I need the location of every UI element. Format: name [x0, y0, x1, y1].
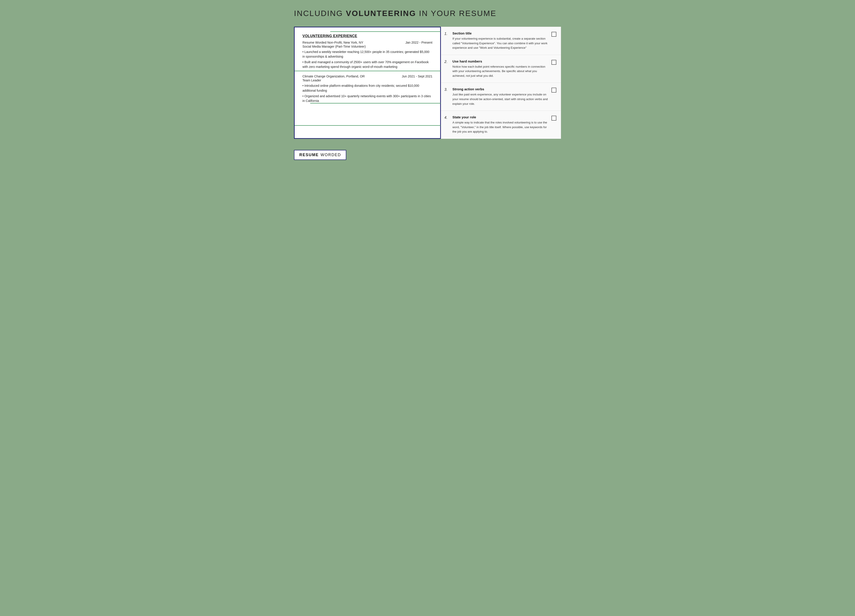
tip-item-1: 1. Section title If your volunteering ex… [441, 27, 561, 55]
tip-4-content: State your role A simple way to indicate… [452, 115, 549, 134]
annotation-line-2 [295, 71, 441, 71]
resume-job-1-role: Social Media Manager (Part-Time Voluntee… [302, 45, 432, 48]
resume-job-2-bullet-2: • Organized and advertised 10+ quarterly… [302, 94, 432, 103]
resume-job-2: Climate Change Organization, Portland, O… [302, 75, 432, 103]
tip-3-checkbox[interactable] [552, 88, 556, 93]
tip-4-number: 4. [444, 115, 450, 120]
title-bold: VOLUNTEERING [346, 9, 416, 18]
resume-panel: VOLUNTEERING EXPERIENCE Resume Worded No… [294, 27, 441, 139]
resume-job-1-header: Resume Worded Non-Profit, New York, NY J… [302, 41, 432, 44]
branding-area: RESUME WORDED [294, 150, 561, 160]
resume-job-2-header: Climate Change Organization, Portland, O… [302, 75, 432, 78]
resume-section-title: VOLUNTEERING EXPERIENCE [302, 34, 432, 38]
title-prefix: INCLUDING [294, 9, 346, 18]
tips-panel: 1. Section title If your volunteering ex… [441, 27, 561, 139]
annotation-line-3 [310, 103, 441, 104]
annotation-line-4 [295, 125, 441, 126]
tip-item-2: 2. Use hard numbers Notice how each bull… [441, 55, 561, 83]
page-title: INCLUDING VOLUNTEERING IN YOUR RESUME [294, 9, 561, 18]
tip-4-title: State your role [452, 115, 549, 119]
main-content: VOLUNTEERING EXPERIENCE Resume Worded No… [294, 27, 561, 139]
tip-4-description: A simple way to indicate that the roles … [452, 120, 549, 134]
tip-3-description: Just like paid work experience, any volu… [452, 92, 549, 106]
tip-3-number: 3. [444, 87, 450, 92]
brand-resume-label: RESUME [299, 153, 319, 157]
tip-4-checkbox[interactable] [552, 116, 556, 121]
resume-job-1: Resume Worded Non-Profit, New York, NY J… [302, 41, 432, 69]
tip-2-title: Use hard numbers [452, 60, 549, 63]
tip-2-checkbox[interactable] [552, 60, 556, 65]
tip-2-number: 2. [444, 60, 450, 64]
tip-2-description: Notice how each bullet point references … [452, 64, 549, 78]
tip-1-content: Section title If your volunteering exper… [452, 31, 549, 50]
tip-3-content: Strong action verbs Just like paid work … [452, 87, 549, 106]
tip-2-content: Use hard numbers Notice how each bullet … [452, 60, 549, 78]
tip-1-title: Section title [452, 31, 549, 35]
resume-job-2-date: Jun 2021 - Sept 2021 [402, 75, 432, 78]
title-suffix: IN YOUR RESUME [416, 9, 496, 18]
resume-job-2-role: Team Leader [302, 78, 432, 82]
resume-job-1-bullet-2: • Built and managed a community of 2500+… [302, 60, 432, 69]
resume-job-1-date: Jan 2022 - Present [405, 41, 432, 44]
resume-job-2-bullet-1: • Introduced online platform enabling do… [302, 83, 432, 93]
resume-job-1-bullet-1: • Launched a weekly newsletter reaching … [302, 50, 432, 59]
brand-worded-label: WORDED [320, 153, 341, 157]
brand-box: RESUME WORDED [294, 150, 346, 160]
tip-item-4: 4. State your role A simple way to indic… [441, 111, 561, 139]
resume-job-1-org: Resume Worded Non-Profit, New York, NY [302, 41, 363, 44]
tip-1-number: 1. [444, 31, 450, 36]
tip-1-description: If your volunteering experience is subst… [452, 37, 549, 50]
tip-3-title: Strong action verbs [452, 87, 549, 91]
tip-1-checkbox[interactable] [552, 32, 556, 37]
resume-job-2-org: Climate Change Organization, Portland, O… [302, 75, 365, 78]
tip-item-3: 3. Strong action verbs Just like paid wo… [441, 83, 561, 111]
annotation-line-1 [330, 31, 441, 32]
